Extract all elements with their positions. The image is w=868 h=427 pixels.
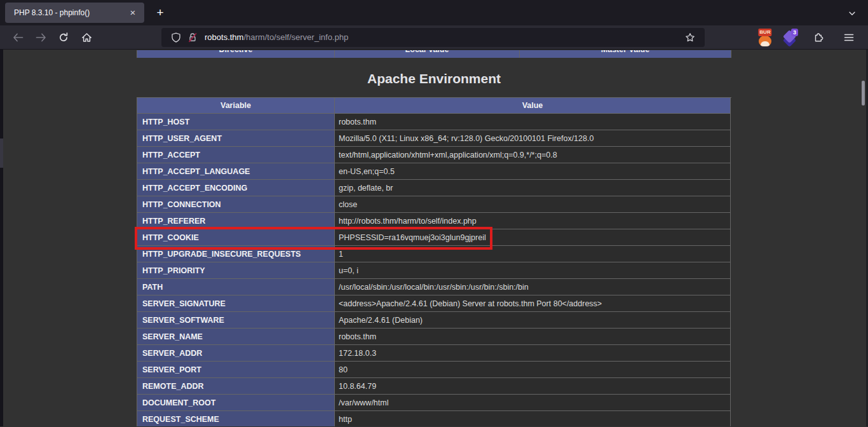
row-variable: REQUEST_SCHEME <box>137 411 335 426</box>
shield-icon[interactable] <box>168 29 184 46</box>
column-header-variable: Variable <box>137 98 335 114</box>
env-table-body: HTTP_HOST robots.thm HTTP_USER_AGENT Moz… <box>137 114 731 426</box>
page-content: Directive Local Value Master Value Apach… <box>0 50 868 426</box>
row-variable: SERVER_SOFTWARE <box>137 312 335 329</box>
table-row: SERVER_NAME robots.thm <box>137 329 731 345</box>
row-variable: HTTP_COOKIE <box>137 229 335 246</box>
row-value: PHPSESSID=ra16vqmuej3oi3glun9gjpreil <box>335 229 731 246</box>
close-tab-icon[interactable]: × <box>126 6 139 19</box>
row-value: http://robots.thm/harm/to/self/index.php <box>335 213 731 229</box>
row-value: <address>Apache/2.4.61 (Debian) Server a… <box>335 295 731 312</box>
row-value: text/html,application/xhtml+xml,applicat… <box>335 147 731 163</box>
table-row: REQUEST_SCHEME http <box>137 411 731 426</box>
row-variable: HTTP_UPGRADE_INSECURE_REQUESTS <box>137 246 335 262</box>
row-variable: HTTP_USER_AGENT <box>137 130 335 147</box>
row-value: Apache/2.4.61 (Debian) <box>335 312 731 329</box>
bookmark-star-icon[interactable] <box>682 29 698 46</box>
row-value: robots.thm <box>335 329 731 345</box>
table-row: HTTP_CONNECTION close <box>137 196 731 213</box>
row-value: /usr/local/sbin:/usr/local/bin:/usr/sbin… <box>335 279 731 295</box>
back-button[interactable] <box>6 28 29 47</box>
table-row: PATH /usr/local/sbin:/usr/local/bin:/usr… <box>137 279 731 295</box>
row-variable: HTTP_ACCEPT_ENCODING <box>137 180 335 196</box>
partial-directives-table: Directive Local Value Master Value <box>137 50 731 58</box>
table-header-row: Variable Value <box>137 98 731 114</box>
hamburger-menu-icon <box>844 33 854 42</box>
layers-badge: 3 <box>791 29 798 36</box>
table-row: SERVER_SOFTWARE Apache/2.4.61 (Debian) <box>137 312 731 329</box>
row-variable: SERVER_NAME <box>137 329 335 345</box>
url-bar[interactable]: robots.thm/harm/to/self/server_info.php <box>161 28 705 47</box>
row-variable: HTTP_PRIORITY <box>137 262 335 279</box>
puzzle-piece-icon <box>813 32 824 43</box>
table-row: HTTP_COOKIE PHPSESSID=ra16vqmuej3oi3glun… <box>137 229 731 246</box>
row-value: 1 <box>335 246 731 262</box>
page-title: Apache Environment <box>0 71 868 86</box>
partial-header-cell: Master Value <box>520 50 731 58</box>
row-value: gzip, deflate, br <box>335 180 731 196</box>
browser-tab[interactable]: PHP 8.3.10 - phpinfo() × <box>5 3 144 23</box>
table-row: HTTP_PRIORITY u=0, i <box>137 262 731 279</box>
row-value: robots.thm <box>335 114 731 130</box>
table-row: HTTP_ACCEPT_LANGUAGE en-US,en;q=0.5 <box>137 163 731 180</box>
layers-extension-icon[interactable]: 3 <box>782 29 798 46</box>
column-header-value: Value <box>335 98 731 114</box>
row-value: en-US,en;q=0.5 <box>335 163 731 180</box>
partial-header-cell: Local Value <box>335 50 520 58</box>
row-value: 80 <box>335 362 731 378</box>
tab-title: PHP 8.3.10 - phpinfo() <box>14 8 126 17</box>
vertical-scrollbar-thumb[interactable] <box>862 81 865 105</box>
row-value: 10.8.64.79 <box>335 378 731 395</box>
sidebar-splitter-handle[interactable] <box>0 139 3 168</box>
table-row: SERVER_SIGNATURE <address>Apache/2.4.61 … <box>137 295 731 312</box>
navigation-toolbar: robots.thm/harm/to/self/server_info.php … <box>0 25 868 50</box>
table-row: HTTP_ACCEPT text/html,application/xhtml+… <box>137 147 731 163</box>
row-variable: HTTP_ACCEPT <box>137 147 335 163</box>
table-row: DOCUMENT_ROOT /var/www/html <box>137 395 731 411</box>
insecure-lock-icon[interactable] <box>184 29 201 46</box>
list-all-tabs-button[interactable] <box>844 5 860 22</box>
row-variable: PATH <box>137 279 335 295</box>
row-variable: REMOTE_ADDR <box>137 378 335 395</box>
apache-environment-table: Variable Value HTTP_HOST robots.thm HTTP… <box>137 97 731 426</box>
url-text: robots.thm/harm/to/self/server_info.php <box>205 32 682 42</box>
forward-arrow-icon <box>36 33 46 42</box>
proxy-extension-icon[interactable]: BUR <box>757 29 773 46</box>
url-domain: robots.thm <box>205 32 243 42</box>
table-row: HTTP_REFERER http://robots.thm/harm/to/s… <box>137 213 731 229</box>
row-variable: DOCUMENT_ROOT <box>137 395 335 411</box>
reload-button[interactable] <box>52 28 75 47</box>
fox-icon <box>759 36 771 46</box>
row-variable: HTTP_REFERER <box>137 213 335 229</box>
table-row: HTTP_ACCEPT_ENCODING gzip, deflate, br <box>137 180 731 196</box>
tab-bar: PHP 8.3.10 - phpinfo() × + <box>0 0 868 25</box>
row-variable: HTTP_CONNECTION <box>137 196 335 213</box>
row-value: http <box>335 411 731 426</box>
table-row: HTTP_HOST robots.thm <box>137 114 731 130</box>
table-row: SERVER_PORT 80 <box>137 362 731 378</box>
extensions-button[interactable] <box>806 28 829 47</box>
table-row: SERVER_ADDR 172.18.0.3 <box>137 345 731 362</box>
menu-button[interactable] <box>837 28 860 47</box>
row-variable: HTTP_HOST <box>137 114 335 130</box>
table-row: HTTP_USER_AGENT Mozilla/5.0 (X11; Linux … <box>137 130 731 147</box>
row-variable: SERVER_SIGNATURE <box>137 295 335 312</box>
new-tab-button[interactable]: + <box>151 3 170 22</box>
home-icon <box>81 32 92 43</box>
row-value: u=0, i <box>335 262 731 279</box>
reload-icon <box>58 32 69 43</box>
row-value: close <box>335 196 731 213</box>
table-row: HTTP_UPGRADE_INSECURE_REQUESTS 1 <box>137 246 731 262</box>
home-button[interactable] <box>75 28 98 47</box>
row-variable: SERVER_PORT <box>137 362 335 378</box>
row-variable: SERVER_ADDR <box>137 345 335 362</box>
extensions-area: BUR 3 <box>757 28 860 47</box>
partial-header-cell: Directive <box>137 50 335 58</box>
url-path: /harm/to/self/server_info.php <box>243 32 348 42</box>
forward-button[interactable] <box>29 28 52 47</box>
row-value: 172.18.0.3 <box>335 345 731 362</box>
window-left-edge <box>0 50 3 426</box>
chevron-down-icon <box>848 9 857 18</box>
table-row: REMOTE_ADDR 10.8.64.79 <box>137 378 731 395</box>
row-variable: HTTP_ACCEPT_LANGUAGE <box>137 163 335 180</box>
